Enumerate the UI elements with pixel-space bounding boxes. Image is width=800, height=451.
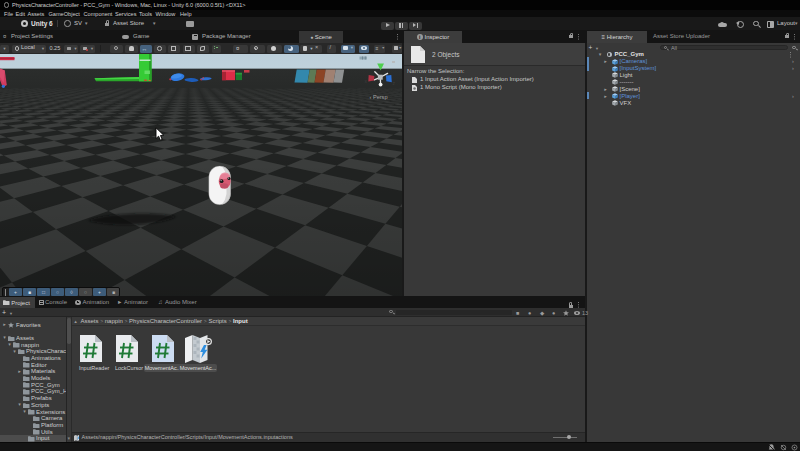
- svg-text:‹ Persp: ‹ Persp: [370, 94, 388, 100]
- svg-text:z: z: [392, 80, 395, 86]
- svg-text:x: x: [365, 78, 368, 84]
